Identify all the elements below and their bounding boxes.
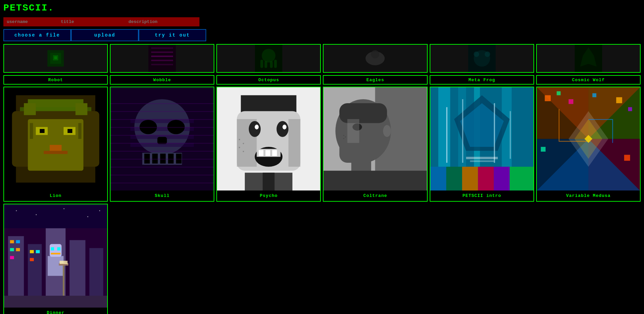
svg-rect-158 [48, 256, 64, 276]
svg-point-11 [262, 49, 276, 63]
svg-point-74 [255, 125, 259, 129]
choose-file-button[interactable]: choose a file [3, 29, 71, 41]
svg-rect-63 [111, 159, 214, 159]
gallery-item-variable-medusa[interactable]: Variable Medusa [536, 87, 641, 202]
svg-rect-35 [50, 145, 62, 151]
svg-rect-40 [75, 103, 87, 115]
label-cosmicwolf[interactable]: Cosmic Wolf [536, 75, 641, 85]
svg-rect-110 [446, 167, 462, 190]
label-wobble[interactable]: Wobble [110, 75, 214, 85]
svg-rect-71 [289, 119, 301, 167]
svg-rect-36 [44, 151, 67, 154]
svg-rect-5 [151, 47, 173, 49]
svg-rect-96 [324, 171, 427, 190]
svg-point-21 [474, 51, 479, 57]
svg-rect-165 [59, 261, 67, 264]
svg-rect-139 [558, 141, 590, 141]
svg-rect-114 [509, 167, 533, 190]
svg-rect-156 [36, 250, 40, 253]
svg-rect-14 [270, 61, 273, 68]
header: PETSCII. [0, 0, 644, 16]
svg-point-72 [249, 121, 261, 137]
gallery-partial-wobble[interactable] [110, 44, 214, 73]
svg-rect-132 [616, 97, 622, 103]
gallery-partial-octopus[interactable] [216, 44, 321, 73]
svg-rect-153 [16, 248, 20, 251]
svg-rect-60 [111, 135, 214, 136]
gallery-partial-eagles[interactable] [323, 44, 427, 73]
gallery-item-psycho[interactable]: Psycho [216, 87, 321, 202]
username-input[interactable] [3, 17, 57, 26]
svg-rect-34 [68, 129, 72, 133]
svg-rect-113 [494, 167, 509, 190]
svg-rect-61 [111, 143, 214, 143]
svg-rect-66 [111, 183, 214, 183]
svg-text:▣: ▣ [53, 53, 58, 62]
svg-rect-162 [51, 253, 60, 254]
svg-rect-154 [10, 256, 14, 259]
svg-rect-138 [558, 109, 559, 141]
label-octopus[interactable]: Octopus [216, 75, 321, 85]
svg-rect-149 [89, 248, 103, 304]
try-it-out-button[interactable]: try it out [139, 29, 206, 41]
svg-rect-169 [36, 215, 37, 215]
empty-cell-4 [430, 204, 534, 314]
svg-rect-161 [57, 247, 60, 250]
svg-rect-33 [40, 129, 45, 133]
label-robot[interactable]: Robot [3, 75, 108, 85]
gallery-item-skull[interactable]: Skull [110, 87, 214, 202]
description-input[interactable] [125, 17, 199, 26]
svg-rect-116 [462, 99, 463, 163]
buttons-bar: choose a file upload try it out [0, 28, 644, 44]
svg-rect-168 [16, 210, 17, 211]
svg-rect-131 [592, 93, 596, 97]
bottom-row: Dinner [0, 204, 644, 314]
gallery-item-lion[interactable]: Lion [3, 87, 108, 202]
gallery-item-coltrane[interactable]: Coltrane [323, 87, 427, 202]
svg-rect-145 [8, 236, 24, 304]
svg-rect-134 [541, 147, 546, 152]
svg-rect-57 [111, 111, 214, 112]
gallery-partial-cosmicwolf[interactable] [536, 44, 641, 73]
svg-rect-52 [152, 154, 158, 163]
svg-rect-84 [243, 143, 244, 144]
label-metafrog[interactable]: Meta Frog [430, 75, 534, 85]
svg-rect-65 [111, 175, 214, 175]
site-title: PETSCII. [3, 3, 54, 13]
svg-rect-99 [345, 137, 346, 137]
svg-rect-97 [348, 119, 359, 143]
svg-rect-150 [10, 240, 14, 243]
svg-rect-80 [272, 150, 277, 156]
svg-point-75 [283, 125, 287, 129]
svg-rect-53 [160, 154, 166, 163]
svg-rect-58 [111, 119, 214, 120]
gallery-item-petscii-intro[interactable]: PETSCII intro [430, 87, 534, 202]
svg-rect-6 [151, 51, 173, 53]
svg-rect-151 [16, 240, 20, 243]
svg-point-73 [277, 121, 288, 137]
svg-rect-172 [99, 210, 100, 211]
svg-rect-111 [462, 167, 478, 190]
svg-rect-83 [239, 139, 240, 140]
svg-rect-37 [30, 123, 33, 139]
empty-cell-1 [110, 204, 214, 314]
svg-rect-133 [628, 107, 632, 111]
gallery-partial-robot[interactable]: ▣ [3, 44, 108, 73]
svg-rect-163 [63, 264, 65, 296]
mid-row: Lion [0, 87, 644, 204]
upload-button[interactable]: upload [71, 29, 139, 41]
gallery-partial-metafrog[interactable] [430, 44, 534, 73]
svg-rect-117 [494, 103, 495, 163]
svg-rect-171 [87, 216, 88, 217]
empty-cell-2 [216, 204, 321, 314]
svg-rect-55 [176, 154, 182, 163]
svg-rect-135 [624, 155, 630, 161]
svg-rect-38 [78, 123, 81, 139]
label-eagles[interactable]: Eagles [323, 75, 427, 85]
svg-rect-15 [274, 60, 277, 68]
title-input[interactable] [57, 17, 125, 26]
svg-point-94 [383, 125, 391, 137]
svg-rect-120 [470, 160, 494, 162]
gallery-item-dinner[interactable]: Dinner [3, 204, 108, 314]
svg-rect-155 [30, 250, 34, 253]
